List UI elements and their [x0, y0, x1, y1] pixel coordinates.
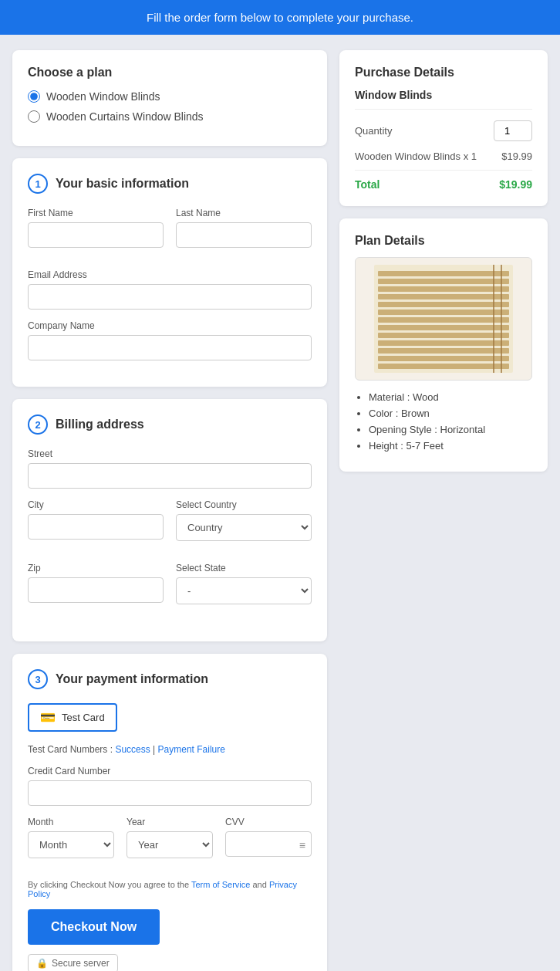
cc-number-input[interactable] [28, 780, 312, 806]
year-select[interactable]: Year [127, 831, 213, 858]
payment-title: Your payment information [56, 672, 208, 686]
city-label: City [28, 499, 164, 510]
billing-card: 2 Billing address Street City Select Cou… [12, 399, 327, 641]
payment-card: 3 Your payment information 💳 Test Card T… [12, 654, 327, 971]
last-name-group: Last Name [176, 208, 312, 248]
test-card-info: Test Card Numbers : Success | Payment Fa… [28, 744, 312, 755]
svg-rect-6 [378, 310, 509, 315]
success-link[interactable]: Success [115, 744, 150, 755]
state-select[interactable]: - [176, 577, 312, 604]
zip-label: Zip [28, 563, 164, 573]
product-name: Window Blinds [355, 89, 532, 110]
choose-plan-title: Choose a plan [28, 66, 312, 80]
quantity-label: Quantity [355, 125, 392, 137]
choose-plan-card: Choose a plan Wooden Window Blinds Woode… [12, 50, 327, 146]
svg-rect-7 [378, 317, 509, 323]
country-group: Select Country Country [176, 499, 312, 541]
test-card-tab[interactable]: 💳 Test Card [28, 703, 117, 732]
cvv-wrapper: ≡ [225, 831, 312, 858]
basic-info-title: Your basic information [56, 177, 189, 191]
svg-rect-12 [378, 356, 509, 361]
city-group: City [28, 499, 164, 541]
last-name-label: Last Name [176, 208, 312, 218]
quantity-row: Quantity [355, 120, 532, 141]
basic-info-card: 1 Your basic information First Name Last… [12, 158, 327, 387]
svg-rect-9 [378, 333, 509, 338]
street-group: Street [28, 448, 312, 489]
plan-details-card: Plan Details [339, 218, 548, 472]
svg-rect-2 [378, 279, 509, 284]
svg-rect-8 [378, 325, 509, 330]
email-input[interactable] [28, 284, 312, 310]
cvv-icon: ≡ [299, 839, 305, 851]
street-input[interactable] [28, 463, 312, 489]
state-group: Select State - [176, 563, 312, 604]
step-number-1: 1 [28, 174, 48, 194]
billing-title: Billing address [56, 418, 144, 431]
secure-label: Secure server [52, 958, 110, 969]
plan-option-2[interactable]: Wooden Curtains Window Blinds [28, 110, 312, 123]
failure-link[interactable]: Payment Failure [158, 744, 225, 755]
last-name-input[interactable] [176, 222, 312, 248]
plan-option-1[interactable]: Wooden Window Blinds [28, 90, 312, 103]
city-input[interactable] [28, 514, 164, 540]
price-row: Wooden Window Blinds x 1 $19.99 [355, 151, 532, 171]
plan-image [355, 257, 532, 381]
test-card-label: Test Card [62, 712, 105, 723]
plan-label-2: Wooden Curtains Window Blinds [46, 110, 204, 123]
company-input[interactable] [28, 335, 312, 360]
right-column: Purchase Details Window Blinds Quantity … [339, 50, 548, 472]
quantity-input[interactable] [494, 120, 532, 141]
feature-4: Height : 5-7 Feet [369, 440, 532, 452]
city-country-row: City Select Country Country [28, 499, 312, 552]
total-amount: $19.99 [499, 178, 532, 191]
feature-1: Material : Wood [369, 391, 532, 403]
checkout-button[interactable]: Checkout Now [28, 909, 160, 945]
svg-rect-4 [378, 294, 509, 299]
street-label: Street [28, 448, 312, 459]
cvv-label: CVV [225, 817, 312, 827]
total-row: Total $19.99 [355, 178, 532, 191]
email-label: Email Address [28, 269, 312, 280]
cvv-group: CVV ≡ [225, 817, 312, 858]
name-row: First Name Last Name [28, 208, 312, 259]
zip-group: Zip [28, 563, 164, 604]
zip-input[interactable] [28, 577, 164, 603]
plan-radio-2[interactable] [28, 110, 40, 123]
plan-details-title: Plan Details [355, 234, 532, 248]
svg-rect-11 [378, 348, 509, 354]
company-group: Company Name [28, 320, 312, 360]
banner-text: Fill the order form below to complete yo… [147, 11, 413, 24]
month-select[interactable]: Month [28, 831, 114, 858]
cc-number-group: Credit Card Number [28, 766, 312, 806]
month-year-cvv-row: Month Month Year Year CVV ≡ [28, 817, 312, 869]
feature-3: Opening Style : Horizontal [369, 424, 532, 435]
feature-2: Color : Brown [369, 408, 532, 419]
country-select[interactable]: Country [176, 514, 312, 541]
svg-rect-3 [378, 286, 509, 292]
billing-header: 2 Billing address [28, 414, 312, 435]
company-label: Company Name [28, 320, 312, 331]
plan-radio-1[interactable] [28, 90, 40, 103]
plan-label-1: Wooden Window Blinds [46, 90, 160, 103]
terms-link[interactable]: Term of Service [191, 880, 250, 889]
top-banner: Fill the order form below to complete yo… [0, 0, 560, 35]
line-item: Wooden Window Blinds x 1 [355, 151, 477, 162]
email-group: Email Address [28, 269, 312, 310]
card-icon: 💳 [40, 710, 56, 725]
first-name-input[interactable] [28, 222, 164, 248]
payment-header: 3 Your payment information [28, 669, 312, 689]
plan-features-list: Material : Wood Color : Brown Opening St… [355, 391, 532, 452]
first-name-group: First Name [28, 208, 164, 248]
year-group: Year Year [127, 817, 213, 858]
lock-icon: 🔒 [36, 958, 48, 969]
purchase-details-card: Purchase Details Window Blinds Quantity … [339, 50, 548, 206]
country-label: Select Country [176, 499, 312, 510]
month-label: Month [28, 817, 114, 827]
first-name-label: First Name [28, 208, 164, 218]
terms-prefix: By clicking Checkout Now you agree to th… [28, 880, 191, 889]
month-group: Month Month [28, 817, 114, 858]
total-label: Total [355, 178, 380, 191]
terms-middle: and [252, 880, 268, 889]
secure-badge: 🔒 Secure server [28, 954, 118, 971]
